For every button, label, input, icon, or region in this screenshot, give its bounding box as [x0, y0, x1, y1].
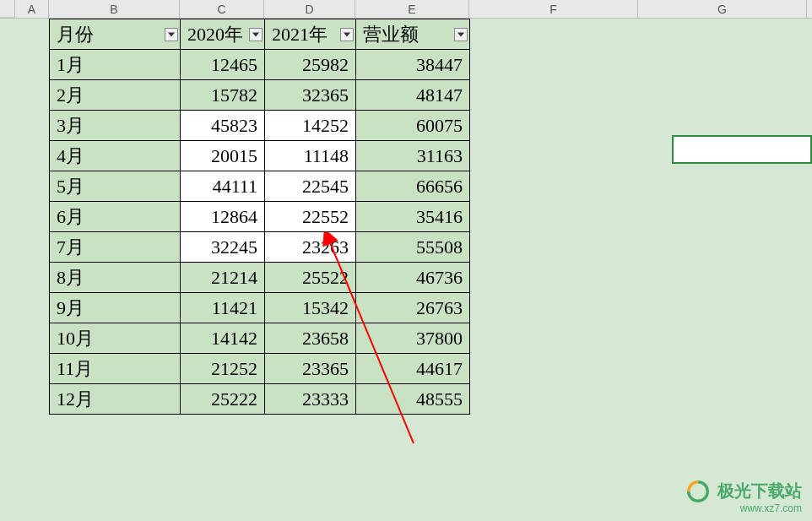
cell-revenue[interactable]: 60075	[356, 111, 470, 141]
cell-month[interactable]: 10月	[50, 323, 181, 354]
filter-button-2020[interactable]	[249, 28, 263, 41]
cell-month[interactable]: 12月	[50, 384, 181, 415]
header-2021-label: 2021年	[272, 24, 328, 45]
cell-2020[interactable]: 15782	[181, 80, 265, 111]
cell-revenue[interactable]: 48555	[356, 384, 470, 415]
cell-2021[interactable]: 32365	[265, 80, 356, 111]
cell-2020[interactable]: 21252	[181, 354, 265, 384]
filter-button-2021[interactable]	[340, 28, 354, 41]
cell-2020[interactable]: 44111	[181, 171, 265, 202]
cell-month[interactable]: 1月	[50, 50, 181, 80]
cell-2021[interactable]: 23658	[265, 323, 356, 354]
chevron-down-icon	[344, 32, 350, 37]
cell-2021[interactable]: 23263	[265, 232, 356, 263]
cell-month[interactable]: 2月	[50, 80, 181, 111]
column-header-row: A B C D E F G	[0, 0, 812, 19]
header-revenue-label: 营业额	[363, 24, 419, 45]
table-row[interactable]: 2月157823236548147	[50, 80, 470, 111]
header-2021[interactable]: 2021年	[265, 19, 356, 50]
col-header-E[interactable]: E	[355, 0, 469, 18]
cell-revenue[interactable]: 44617	[356, 354, 470, 384]
cell-2021[interactable]: 22545	[265, 171, 356, 202]
cell-revenue[interactable]: 38447	[356, 50, 470, 80]
cell-2020[interactable]: 11421	[181, 293, 265, 323]
cell-2021[interactable]: 14252	[265, 111, 356, 141]
cell-2021[interactable]: 11148	[265, 141, 356, 171]
cell-2021[interactable]: 23333	[265, 384, 356, 415]
cell-month[interactable]: 11月	[50, 354, 181, 384]
cell-revenue[interactable]: 37800	[356, 323, 470, 354]
active-cell-cursor	[672, 135, 812, 164]
watermark-url: www.xz7.com	[687, 502, 802, 514]
cell-2020[interactable]: 12864	[181, 202, 265, 232]
table-row[interactable]: 8月212142552246736	[50, 263, 470, 293]
watermark-brand: 极光下载站	[717, 481, 802, 500]
cell-month[interactable]: 5月	[50, 171, 181, 202]
col-header-C[interactable]: C	[180, 0, 264, 18]
cell-month[interactable]: 4月	[50, 141, 181, 171]
header-month-label: 月份	[57, 24, 94, 45]
logo-icon	[687, 480, 709, 502]
cell-2020[interactable]: 32245	[181, 232, 265, 263]
col-header-B[interactable]: B	[49, 0, 180, 18]
table-row[interactable]: 12月252222333348555	[50, 384, 470, 415]
header-2020[interactable]: 2020年	[181, 19, 265, 50]
cell-revenue[interactable]: 26763	[356, 293, 470, 323]
table-header-row: 月份 2020年 2021年	[50, 19, 470, 50]
cell-2020[interactable]: 12465	[181, 50, 265, 80]
filter-button-month[interactable]	[165, 28, 178, 41]
cell-2021[interactable]: 25522	[265, 263, 356, 293]
col-header-F[interactable]: F	[469, 0, 638, 18]
cell-2021[interactable]: 23365	[265, 354, 356, 384]
data-table[interactable]: 月份 2020年 2021年	[49, 19, 470, 415]
table-row[interactable]: 11月212522336544617	[50, 354, 470, 384]
chevron-down-icon	[252, 32, 259, 37]
cell-2020[interactable]: 25222	[181, 384, 265, 415]
cell-month[interactable]: 9月	[50, 293, 181, 323]
cell-2021[interactable]: 22552	[265, 202, 356, 232]
table-row[interactable]: 7月322452326355508	[50, 232, 470, 263]
table-row[interactable]: 1月124652598238447	[50, 50, 470, 80]
watermark: 极光下载站 www.xz7.com	[687, 480, 802, 514]
cell-2020[interactable]: 21214	[181, 263, 265, 293]
header-month[interactable]: 月份	[50, 19, 181, 50]
cell-revenue[interactable]: 66656	[356, 171, 470, 202]
table-row[interactable]: 6月128642255235416	[50, 202, 470, 232]
col-header-G[interactable]: G	[638, 0, 807, 18]
cell-2021[interactable]: 15342	[265, 293, 356, 323]
chevron-down-icon	[168, 32, 175, 37]
col-header-A[interactable]: A	[15, 0, 49, 18]
cell-2020[interactable]: 14142	[181, 323, 265, 354]
cell-2020[interactable]: 45823	[181, 111, 265, 141]
cell-revenue[interactable]: 35416	[356, 202, 470, 232]
cell-revenue[interactable]: 48147	[356, 80, 470, 111]
cell-month[interactable]: 8月	[50, 263, 181, 293]
cell-revenue[interactable]: 46736	[356, 263, 470, 293]
cell-2020[interactable]: 20015	[181, 141, 265, 171]
table-row[interactable]: 4月200151114831163	[50, 141, 470, 171]
select-all-corner[interactable]	[0, 0, 15, 18]
header-2020-label: 2020年	[187, 24, 243, 45]
cell-revenue[interactable]: 55508	[356, 232, 470, 263]
header-revenue[interactable]: 营业额	[356, 19, 470, 50]
table-row[interactable]: 5月441112254566656	[50, 171, 470, 202]
chevron-down-icon	[457, 32, 464, 37]
cell-month[interactable]: 6月	[50, 202, 181, 232]
table-row[interactable]: 3月458231425260075	[50, 111, 470, 141]
cell-month[interactable]: 7月	[50, 232, 181, 263]
cell-revenue[interactable]: 31163	[356, 141, 470, 171]
cell-2021[interactable]: 25982	[265, 50, 356, 80]
col-header-D[interactable]: D	[264, 0, 355, 18]
spreadsheet-grid[interactable]: A B C D E F G 月份 2020年	[0, 0, 812, 521]
table-row[interactable]: 9月114211534226763	[50, 293, 470, 323]
filter-button-revenue[interactable]	[454, 28, 468, 41]
table-row[interactable]: 10月141422365837800	[50, 323, 470, 354]
cell-month[interactable]: 3月	[50, 111, 181, 141]
